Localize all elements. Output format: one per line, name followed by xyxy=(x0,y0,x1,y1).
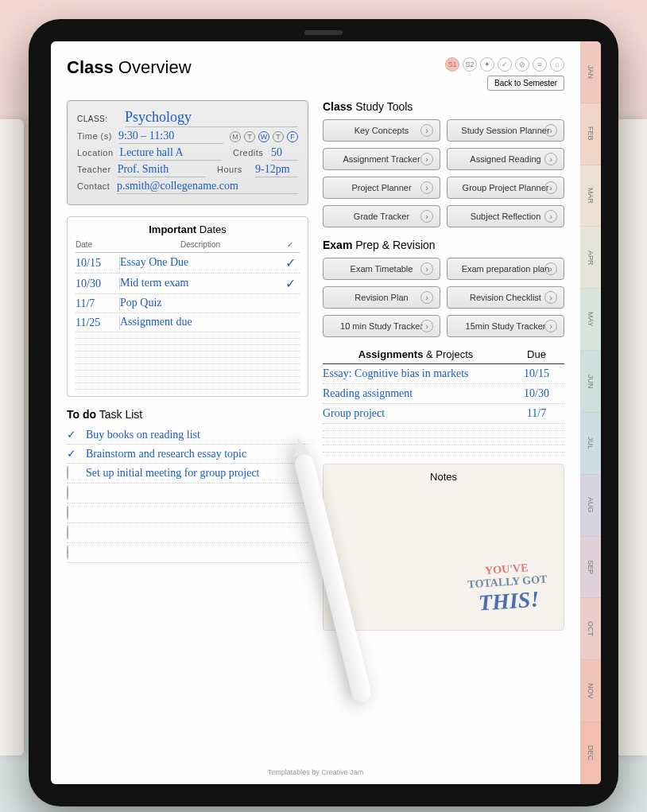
exam-tool-button[interactable]: 15min Study Tracker xyxy=(447,315,564,337)
month-tab-jan[interactable]: JAN xyxy=(580,41,601,103)
notes-title: Notes xyxy=(330,471,557,483)
date-description: Mid term exam xyxy=(120,277,281,290)
exam-tool-button[interactable]: Revision Checklist xyxy=(447,286,564,309)
todo-row[interactable] xyxy=(67,503,308,523)
page-title: Class Overview xyxy=(67,57,192,78)
exam-tool-button[interactable]: Exam preparation plan xyxy=(447,258,564,280)
date-row[interactable]: 11/25Assignment due xyxy=(76,313,300,332)
header-icon-6[interactable]: ⌂ xyxy=(550,57,564,72)
contact-value[interactable]: p.smith@collegename.com xyxy=(117,180,298,194)
month-tab-feb[interactable]: FEB xyxy=(580,103,601,165)
study-tool-button[interactable]: Subject Reflection xyxy=(447,205,564,227)
header-icon-0[interactable]: S1 xyxy=(445,57,459,72)
exam-tool-button[interactable]: 10 min Study Tracker xyxy=(323,315,440,337)
month-tab-oct[interactable]: OCT xyxy=(580,598,601,660)
todo-row[interactable]: ✓Buy books on reading list xyxy=(67,425,308,445)
date-description xyxy=(120,335,281,336)
date-row[interactable] xyxy=(76,364,300,371)
assignment-row[interactable]: Group project11/7 xyxy=(323,404,564,424)
month-tab-jun[interactable]: JUN xyxy=(580,351,601,413)
teacher-value[interactable]: Prof. Smith xyxy=(118,163,206,177)
unchecked-icon[interactable] xyxy=(67,546,79,560)
date-row[interactable] xyxy=(76,332,300,339)
study-tool-button[interactable]: Key Concepts xyxy=(323,119,440,142)
todo-row[interactable] xyxy=(67,484,308,503)
header-icon-1[interactable]: S2 xyxy=(463,57,477,72)
assignment-row[interactable] xyxy=(323,438,564,445)
date-row[interactable] xyxy=(76,377,300,383)
date-row[interactable]: 10/30Mid term exam✓ xyxy=(76,274,300,294)
todo-row[interactable] xyxy=(67,523,308,543)
credits-value[interactable]: 50 xyxy=(271,146,298,161)
exam-tool-button[interactable]: Exam Timetable xyxy=(323,258,440,280)
date-row[interactable] xyxy=(76,383,300,390)
class-info-box: CLASS: Psychology Time (s) 9:30 – 11:30 … xyxy=(67,100,308,205)
header-icon-5[interactable]: ≡ xyxy=(533,57,547,72)
date-row[interactable]: 11/7Pop Quiz xyxy=(76,294,300,313)
assignment-row[interactable] xyxy=(323,431,564,438)
location-value[interactable]: Lecture hall A xyxy=(120,146,222,161)
date-row[interactable] xyxy=(76,345,300,352)
class-name-value[interactable]: Psychology xyxy=(125,109,298,127)
header-icon-3[interactable]: ✓ xyxy=(498,57,512,72)
date-row[interactable] xyxy=(76,339,300,345)
month-tab-apr[interactable]: APR xyxy=(580,227,601,289)
time-value[interactable]: 9:30 – 11:30 xyxy=(118,130,223,144)
day-toggle-w2[interactable]: W xyxy=(258,131,269,142)
todo-row[interactable] xyxy=(67,543,308,563)
study-tool-button[interactable]: Grade Tracker xyxy=(323,205,440,227)
date-row[interactable] xyxy=(76,352,300,358)
assignment-name: Group project xyxy=(323,407,509,420)
month-tab-dec[interactable]: DEC xyxy=(580,722,601,784)
dates-head-description: Description xyxy=(120,240,281,249)
header-icon-2[interactable]: ✦ xyxy=(480,57,494,72)
month-tab-nov[interactable]: NOV xyxy=(580,660,601,722)
day-toggle-f4[interactable]: F xyxy=(287,131,298,142)
study-tool-button[interactable]: Assigned Reading xyxy=(447,148,564,170)
dates-head-check: ✓ xyxy=(281,240,300,249)
study-tool-button[interactable]: Study Session Planner xyxy=(447,119,564,142)
unchecked-icon[interactable] xyxy=(67,526,79,540)
assignment-row[interactable] xyxy=(323,424,564,431)
assignment-due: 11/7 xyxy=(509,407,564,420)
back-to-semester-button[interactable]: Back to Semester xyxy=(487,76,564,91)
month-tab-jul[interactable]: JUL xyxy=(580,413,601,475)
date-row[interactable] xyxy=(76,371,300,377)
assignment-row[interactable]: Essay: Cognitive bias in markets10/15 xyxy=(323,364,564,384)
time-label: Time (s) xyxy=(77,131,112,141)
day-toggle-t3[interactable]: T xyxy=(273,131,284,142)
exam-tool-button[interactable]: Revision Plan xyxy=(323,286,440,309)
study-tool-button[interactable]: Project Planner xyxy=(323,177,440,199)
header-icon-4[interactable]: ⊘ xyxy=(515,57,529,72)
month-tab-aug[interactable]: AUG xyxy=(580,475,601,537)
todo-title: To do Task List xyxy=(67,408,308,421)
checkmark-icon[interactable]: ✓ xyxy=(281,276,300,291)
checkmark-icon[interactable]: ✓ xyxy=(67,428,79,441)
checkmark-icon[interactable]: ✓ xyxy=(281,255,300,270)
month-tab-sep[interactable]: SEP xyxy=(580,537,601,599)
checkmark-icon[interactable]: ✓ xyxy=(67,447,79,460)
credits-label: Credits xyxy=(233,148,265,157)
date-row[interactable] xyxy=(76,358,300,364)
todo-text: Buy books on reading list xyxy=(86,429,308,441)
todo-row[interactable]: ✓Brainstorm and research essay topic xyxy=(67,445,308,464)
hours-value[interactable]: 9-12pm xyxy=(255,163,298,177)
date-row[interactable]: 10/15Essay One Due✓ xyxy=(76,253,300,274)
assignment-row[interactable] xyxy=(323,445,564,453)
date-description xyxy=(120,386,281,387)
unchecked-icon[interactable] xyxy=(67,466,79,480)
todo-row[interactable]: Set up initial meeting for group project xyxy=(67,464,308,484)
ipad-camera xyxy=(304,30,343,35)
day-toggle-t1[interactable]: T xyxy=(244,131,255,142)
notes-box[interactable]: Notes YOU'VE TOTALLY GOT THIS! xyxy=(323,464,564,631)
motivational-sticker: YOU'VE TOTALLY GOT THIS! xyxy=(467,561,549,617)
date-description xyxy=(120,360,281,361)
assignment-row[interactable]: Reading assignment10/30 xyxy=(323,384,564,404)
day-toggle-m0[interactable]: M xyxy=(230,131,241,142)
unchecked-icon[interactable] xyxy=(67,506,79,520)
unchecked-icon[interactable] xyxy=(67,486,79,500)
study-tool-button[interactable]: Group Project Planner xyxy=(447,177,564,199)
study-tool-button[interactable]: Assignment Tracker xyxy=(323,148,440,170)
month-tab-may[interactable]: MAY xyxy=(580,289,601,351)
month-tab-mar[interactable]: MAR xyxy=(580,165,601,227)
